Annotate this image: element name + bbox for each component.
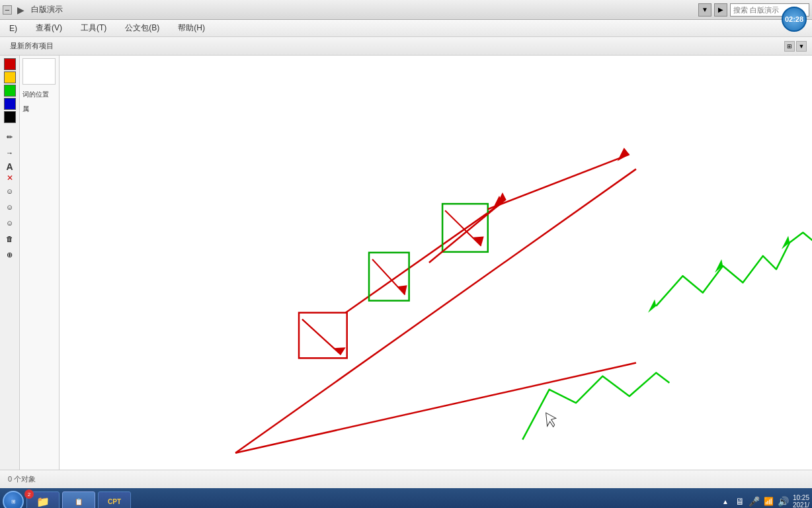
smiley2-tool[interactable]: ☺ [3,200,17,214]
svg-marker-10 [397,285,407,294]
position-label: 词的位置 [22,90,56,99]
add-tool[interactable]: ⊕ [3,247,17,262]
pen-tool[interactable]: ✏ [3,130,17,144]
tray-mic-icon[interactable]: 🎤 [749,496,760,507]
tray-wifi-icon[interactable]: 📶 [764,496,774,507]
sidebar: ✏ → A ✕ ☺ ☺ ☺ 🗑 ⊕ [0,56,20,470]
text-tool[interactable]: A [6,161,13,172]
folder-icon: 📁 [36,495,50,508]
smiley1-tool[interactable]: ☺ [3,184,17,198]
arrow-tool[interactable]: → [3,146,17,160]
tray-network-icon[interactable]: 🖥 [735,496,745,507]
title-bar: ─ ▶ 白版演示 ▼ ▶ 02:28 [0,0,812,20]
menu-item-view[interactable]: 查看(V) [32,21,66,35]
menu-item-briefcase[interactable]: 公文包(B) [121,21,163,35]
main-container: ✏ → A ✕ ☺ ☺ ☺ 🗑 ⊕ 词的位置 属 [0,56,812,470]
system-tray: ▲ 🖥 🎤 📶 🔊 10:25 2021/ [720,494,809,508]
menu-item-tools[interactable]: 工具(T) [77,21,110,35]
trash-tool[interactable]: 🗑 [3,232,17,246]
svg-line-16 [488,154,629,209]
menu-item-help[interactable]: 帮助(H) [174,21,209,35]
taskbar-time: 10:25 [793,494,809,501]
minimize-button[interactable]: ─ [3,5,12,15]
toolbar: 显新所有项目 ⊞ ▼ [0,37,812,56]
window-controls[interactable]: ─ [3,5,12,15]
taskbar-date: 2021/ [793,501,809,508]
tray-volume-icon[interactable]: 🔊 [778,496,789,507]
svg-line-0 [235,362,636,452]
start-button[interactable]: ⊞ [3,491,24,508]
window-title: 白版演示 [31,4,696,15]
clock-display: 02:28 [782,7,807,32]
svg-marker-18 [648,300,656,313]
notification-badge: 2 [24,489,34,499]
color-yellow[interactable] [4,71,16,83]
svg-marker-20 [782,236,790,249]
color-green[interactable] [4,85,16,97]
canvas-area[interactable] [60,56,812,470]
cpt-icon: CPT [108,498,121,505]
dropdown-icon[interactable]: ▼ [796,41,807,52]
color-red[interactable] [4,58,16,70]
property-section: 属 [22,105,56,114]
grid-icon[interactable]: ⊞ [784,41,795,52]
taskbar-btn-cpt[interactable]: CPT [98,491,131,508]
toolbar-icons: ⊞ ▼ [784,41,807,52]
preview-section [22,58,56,85]
property-label: 属 [22,105,56,114]
svg-marker-13 [473,237,484,246]
tools-panel: 词的位置 属 [20,56,60,470]
menu-item-e[interactable]: E) [5,22,21,34]
taskbar-btn-whiteboard[interactable]: 📋 [62,491,95,508]
svg-marker-23 [546,413,556,427]
taskbar-clock: 10:25 2021/ [793,494,809,508]
svg-marker-17 [618,148,629,161]
status-bar: 0 个对象 [0,470,812,488]
smiley3-tool[interactable]: ☺ [3,216,17,230]
color-black[interactable] [4,111,16,123]
title-nav-button[interactable]: ▶ [714,3,727,17]
position-section: 词的位置 [22,90,56,99]
taskbar-btn-folder[interactable]: 2 📁 [26,491,60,508]
svg-line-14 [429,199,506,263]
whiteboard-taskbar-icon: 📋 [75,498,83,505]
tray-arrow-icon[interactable]: ▲ [720,496,731,507]
svg-line-12 [445,210,481,246]
whiteboard-svg [60,56,812,470]
object-count: 0 个对象 [8,474,36,484]
title-dropdown-button[interactable]: ▼ [698,3,711,17]
taskbar: ⊞ 2 📁 📋 CPT ▲ 🖥 🎤 📶 🔊 10:25 2021/ [0,488,812,508]
cross-tool[interactable]: ✕ [7,173,13,183]
menu-bar: E) 查看(V) 工具(T) 公文包(B) 帮助(H) [0,20,812,37]
svg-line-1 [235,169,636,453]
color-blue[interactable] [4,98,16,110]
refresh-button[interactable]: 显新所有项目 [5,39,58,53]
shape-preview [22,58,56,85]
